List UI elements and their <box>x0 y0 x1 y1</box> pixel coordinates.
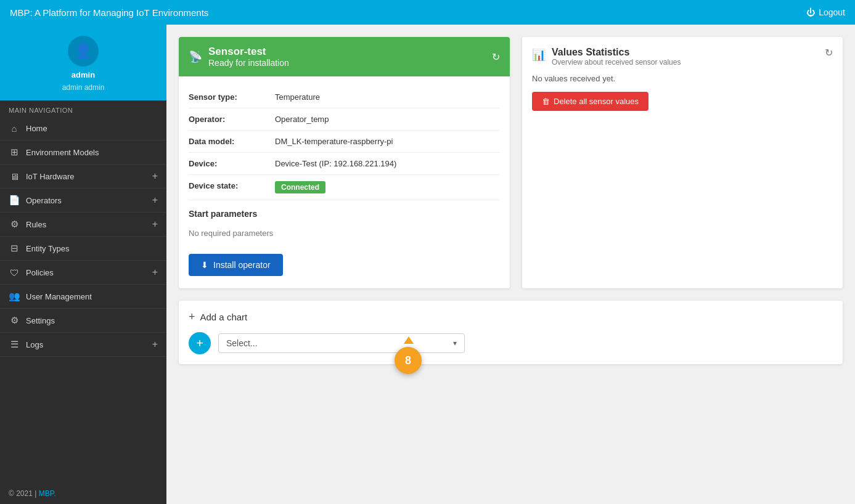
sensor-refresh-button[interactable]: ↻ <box>492 51 500 63</box>
entity-types-icon: ⊟ <box>9 243 20 254</box>
sidebar-item-label: Logs <box>26 340 43 349</box>
stats-subtitle: Overview about received sensor values <box>552 58 681 67</box>
operator-value: Operator_temp <box>275 115 329 124</box>
sidebar-item-label: Environment Models <box>26 148 99 157</box>
footer-year: © 2021 | <box>9 489 36 498</box>
sidebar-item-settings[interactable]: ⚙ Settings <box>0 309 166 333</box>
sidebar-item-label: Entity Types <box>26 244 70 253</box>
sidebar-item-label: Policies <box>26 268 54 277</box>
operators-icon: 📄 <box>9 195 20 206</box>
sidebar-item-entity-types[interactable]: ⊟ Entity Types <box>0 237 166 261</box>
avatar-icon: 👤 <box>74 43 92 60</box>
sidebar-item-label: Operators <box>26 196 62 205</box>
home-icon: ⌂ <box>9 123 20 134</box>
sidebar-item-label: Settings <box>26 316 55 325</box>
sidebar: 👤 admin admin admin Main Navigation ⌂ Ho… <box>0 25 166 504</box>
select-placeholder: Select... <box>226 338 258 348</box>
install-operator-label: Install operator <box>213 260 271 270</box>
circle-plus-icon: + <box>196 336 203 351</box>
data-model-row: Data model: DM_LK-temperature-raspberry-… <box>189 131 500 153</box>
policies-icon: 🛡 <box>9 267 20 278</box>
sidebar-item-user-management[interactable]: 👥 User Management <box>0 285 166 309</box>
bar-chart-icon: 📊 <box>532 48 546 62</box>
nav-section-label: Main Navigation <box>0 100 166 116</box>
footer-link[interactable]: MBP. <box>39 489 56 498</box>
rules-plus-icon[interactable]: + <box>152 219 158 230</box>
connected-badge: Connected <box>275 181 325 193</box>
device-state-label: Device state: <box>189 181 275 190</box>
iot-hardware-icon: 🖥 <box>9 171 20 182</box>
rules-icon: ⚙ <box>9 219 20 230</box>
trash-icon: 🗑 <box>542 97 550 106</box>
topbar: MBP: A Platform for Managing IoT Environ… <box>0 0 855 25</box>
no-values-text: No values received yet. <box>532 74 833 83</box>
start-params-title: Start parameters <box>189 209 500 219</box>
add-chart-header: + Add a chart <box>189 311 833 323</box>
chevron-down-icon: ▾ <box>453 339 457 348</box>
logout-label: Logout <box>819 7 845 17</box>
sidebar-item-operators[interactable]: 📄 Operators + <box>0 189 166 213</box>
add-chart-plus-icon: + <box>189 311 195 323</box>
add-chart-row: + Select... ▾ <box>189 332 833 354</box>
add-chart-card: + Add a chart + Select... ▾ <box>179 301 843 364</box>
data-model-label: Data model: <box>189 137 275 146</box>
sidebar-item-home[interactable]: ⌂ Home <box>0 116 166 140</box>
sensor-title: Sensor-test <box>208 46 289 58</box>
iot-hardware-plus-icon[interactable]: + <box>152 171 158 182</box>
stats-refresh-button[interactable]: ↻ <box>825 47 833 59</box>
sidebar-item-label: Rules <box>26 220 46 229</box>
sidebar-footer: © 2021 | MBP. <box>0 483 166 504</box>
stats-card: 📊 Values Statistics Overview about recei… <box>522 37 843 288</box>
add-chart-title: Add a chart <box>200 312 248 322</box>
sidebar-item-environment-models[interactable]: ⊞ Environment Models <box>0 140 166 165</box>
device-value: Device-Test (IP: 192.168.221.194) <box>275 159 396 168</box>
user-panel: 👤 admin admin admin <box>0 25 166 100</box>
tooltip-number: 8 <box>405 354 411 367</box>
stats-title: Values Statistics <box>552 47 681 58</box>
device-label: Device: <box>189 159 275 168</box>
sensor-type-value: Temperature <box>275 92 320 102</box>
logout-button[interactable]: ⏻ Logout <box>806 7 845 17</box>
operator-label: Operator: <box>189 115 275 124</box>
device-state-row: Device state: Connected <box>189 175 500 200</box>
sidebar-item-policies[interactable]: 🛡 Policies + <box>0 261 166 285</box>
delete-button-label: Delete all sensor values <box>554 97 639 106</box>
delete-sensor-values-button[interactable]: 🗑 Delete all sensor values <box>532 92 648 111</box>
sidebar-item-label: IoT Hardware <box>26 172 75 181</box>
tooltip-bubble: 8 <box>395 347 422 374</box>
logs-icon: ☰ <box>9 339 20 350</box>
device-row: Device: Device-Test (IP: 192.168.221.194… <box>189 153 500 175</box>
sensor-subtitle: Ready for installation <box>208 58 289 68</box>
operators-plus-icon[interactable]: + <box>152 195 158 206</box>
sensor-type-row: Sensor type: Temperature <box>189 86 500 108</box>
chart-type-select[interactable]: Select... ▾ <box>218 333 465 353</box>
app-title: MBP: A Platform for Managing IoT Environ… <box>10 7 208 18</box>
logs-plus-icon[interactable]: + <box>152 339 158 350</box>
main-content: 📡 Sensor-test Ready for installation ↻ S… <box>166 25 855 504</box>
stats-header: 📊 Values Statistics Overview about recei… <box>532 47 833 67</box>
username: admin <box>72 70 95 79</box>
no-params-text: No required parameters <box>189 225 500 244</box>
user-management-icon: 👥 <box>9 291 20 302</box>
tooltip-arrow <box>404 336 414 344</box>
power-icon: ⏻ <box>806 7 815 17</box>
sensor-card: 📡 Sensor-test Ready for installation ↻ S… <box>179 37 510 288</box>
settings-icon: ⚙ <box>9 315 20 326</box>
install-operator-button[interactable]: ⬇ Install operator <box>189 254 283 276</box>
download-icon: ⬇ <box>201 260 208 270</box>
avatar: 👤 <box>68 36 99 67</box>
start-params-section: Start parameters No required parameters <box>189 200 500 248</box>
user-role: admin admin <box>62 83 105 92</box>
sidebar-item-label: User Management <box>26 292 92 301</box>
wifi-icon: 📡 <box>189 50 202 63</box>
sidebar-item-rules[interactable]: ⚙ Rules + <box>0 213 166 237</box>
operator-row: Operator: Operator_temp <box>189 108 500 131</box>
sensor-body: Sensor type: Temperature Operator: Opera… <box>179 76 510 288</box>
policies-plus-icon[interactable]: + <box>152 267 158 278</box>
sidebar-item-iot-hardware[interactable]: 🖥 IoT Hardware + <box>0 165 166 189</box>
sidebar-item-logs[interactable]: ☰ Logs + <box>0 333 166 357</box>
add-chart-circle-button[interactable]: + <box>189 332 211 354</box>
sensor-type-label: Sensor type: <box>189 92 275 102</box>
data-model-value: DM_LK-temperature-raspberry-pi <box>275 137 393 146</box>
environment-models-icon: ⊞ <box>9 147 20 158</box>
